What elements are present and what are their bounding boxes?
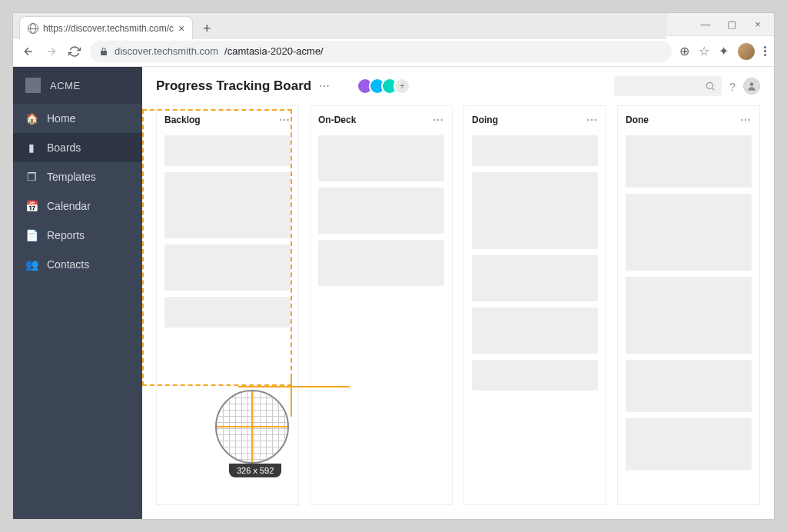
minimize-icon[interactable]: — [692, 13, 719, 35]
card[interactable] [164, 297, 291, 328]
card[interactable] [318, 188, 444, 234]
sidebar-item-label: Calendar [47, 200, 91, 212]
lock-icon [99, 47, 108, 56]
column-menu-icon[interactable]: ⋯ [433, 114, 444, 126]
collaborators: + [361, 78, 410, 95]
column-title: Done [626, 115, 649, 125]
board-title: Progress Tracking Board [156, 78, 311, 94]
help-icon[interactable]: ? [729, 80, 736, 93]
address-bar: discover.techsmith.com/camtasia-2020-acm… [13, 36, 774, 67]
browser-window: https://discover.techsmith.com/c × + — ▢… [12, 12, 775, 520]
star-icon[interactable]: ☆ [699, 44, 709, 58]
card[interactable] [626, 277, 752, 354]
calendar-icon: 📅 [25, 200, 38, 212]
column-ondeck[interactable]: On-Deck⋯ [310, 105, 453, 505]
close-tab-icon[interactable]: × [178, 22, 184, 35]
sidebar-item-label: Boards [47, 141, 81, 154]
brand-name: ACME [50, 80, 81, 91]
templates-icon: ❐ [25, 171, 38, 183]
column-done[interactable]: Done⋯ [617, 105, 760, 505]
tab-title: https://discover.techsmith.com/c [43, 23, 174, 34]
reports-icon: 📄 [25, 229, 38, 241]
contacts-icon: 👥 [25, 258, 38, 271]
column-menu-icon[interactable]: ⋯ [586, 114, 598, 126]
column-menu-icon[interactable]: ⋯ [740, 114, 752, 126]
card[interactable] [164, 172, 291, 238]
card[interactable] [626, 418, 752, 470]
reload-icon[interactable] [67, 44, 82, 59]
sidebar-item-contacts[interactable]: 👥 Contacts [13, 250, 142, 279]
board-topbar: Progress Tracking Board ⋯ + ? [142, 67, 774, 105]
browser-tab[interactable]: https://discover.techsmith.com/c × [19, 16, 193, 39]
sidebar: ACME 🏠 Home ▮ Boards ❐ Templates 📅 Calen… [13, 67, 142, 519]
brand-logo-icon [25, 78, 41, 93]
globe-icon [28, 23, 38, 34]
search-icon [705, 81, 716, 91]
sidebar-item-label: Templates [47, 171, 96, 183]
url-path: /camtasia-2020-acme/ [224, 45, 324, 57]
main-pane: Progress Tracking Board ⋯ + ? [142, 67, 774, 519]
zoom-icon[interactable]: ⊕ [679, 44, 689, 58]
card[interactable] [472, 255, 598, 301]
new-tab-button[interactable]: + [196, 18, 218, 39]
card[interactable] [318, 240, 444, 286]
profile-avatar-icon[interactable] [738, 43, 755, 60]
tab-strip: https://discover.techsmith.com/c × + [13, 13, 666, 39]
magnifier-icon [215, 390, 289, 464]
card[interactable] [318, 135, 444, 181]
sidebar-item-label: Home [47, 112, 75, 125]
svg-point-1 [750, 82, 754, 86]
toolbar-right: ⊕ ☆ ✦ [679, 43, 766, 60]
sidebar-item-templates[interactable]: ❐ Templates [13, 162, 142, 191]
card[interactable] [472, 135, 598, 166]
sidebar-item-label: Contacts [47, 258, 89, 271]
board-menu-icon[interactable]: ⋯ [319, 80, 330, 92]
back-icon[interactable] [21, 44, 36, 59]
url-host: discover.techsmith.com [115, 45, 218, 57]
sidebar-item-calendar[interactable]: 📅 Calendar [13, 191, 142, 221]
card[interactable] [164, 135, 291, 166]
home-icon: 🏠 [25, 112, 38, 125]
sidebar-item-reports[interactable]: 📄 Reports [13, 221, 142, 250]
sidebar-item-home[interactable]: 🏠 Home [13, 104, 142, 133]
app-content: ACME 🏠 Home ▮ Boards ❐ Templates 📅 Calen… [13, 67, 774, 519]
column-title: On-Deck [318, 115, 356, 125]
url-field[interactable]: discover.techsmith.com/camtasia-2020-acm… [90, 41, 672, 62]
card[interactable] [626, 360, 752, 412]
boards-icon: ▮ [25, 141, 38, 154]
card[interactable] [626, 194, 752, 271]
browser-menu-icon[interactable] [764, 46, 766, 56]
maximize-icon[interactable]: ▢ [719, 13, 745, 35]
search-input[interactable] [614, 76, 722, 96]
card[interactable] [472, 308, 598, 354]
column-title: Backlog [164, 115, 201, 125]
sidebar-item-label: Reports [47, 229, 85, 241]
column-menu-icon[interactable]: ⋯ [279, 114, 291, 126]
extensions-icon[interactable]: ✦ [719, 44, 729, 58]
dimensions-label: 326 x 592 [229, 464, 281, 477]
svg-point-0 [706, 82, 712, 88]
card[interactable] [164, 244, 291, 291]
forward-icon[interactable] [44, 44, 59, 59]
card[interactable] [626, 135, 752, 188]
column-doing[interactable]: Doing⋯ [463, 105, 606, 505]
kanban-board: Backlog⋯ On-Deck⋯ Doing⋯ [142, 105, 774, 519]
user-icon[interactable] [743, 78, 760, 95]
add-collaborator-button[interactable]: + [394, 78, 410, 95]
brand-header[interactable]: ACME [13, 67, 142, 104]
close-window-icon[interactable]: × [745, 13, 771, 35]
sidebar-item-boards[interactable]: ▮ Boards [13, 133, 142, 162]
card[interactable] [472, 360, 598, 391]
column-title: Doing [472, 115, 498, 125]
card[interactable] [472, 172, 598, 249]
